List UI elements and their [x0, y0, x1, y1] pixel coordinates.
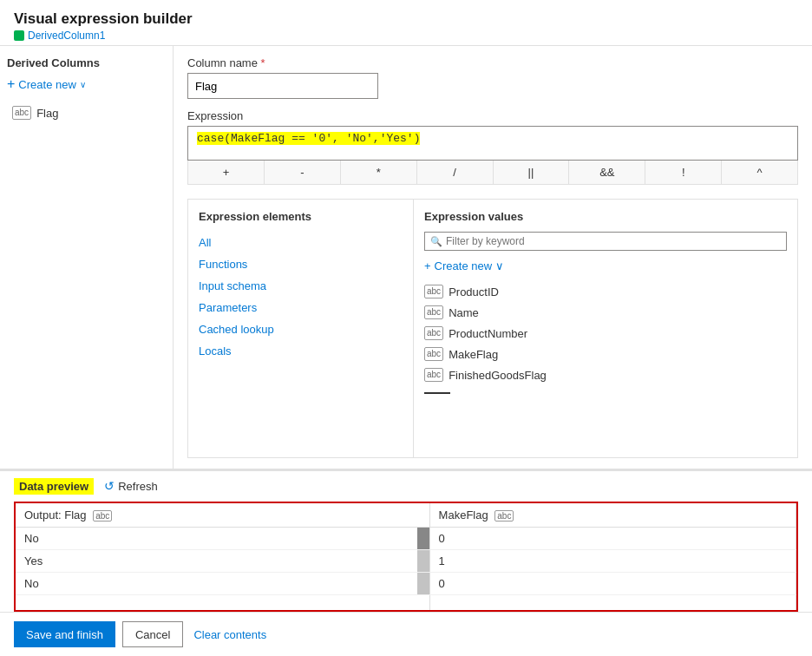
derived-column-icon — [14, 30, 24, 41]
table-cell-flag-3: No — [16, 572, 429, 594]
table-cell-flag-4 — [16, 594, 429, 610]
abc-badge-name: abc — [424, 305, 443, 319]
expression-box[interactable]: case(MakeFlag == '0', 'No','Yes') — [187, 126, 798, 161]
expression-elements-title: Expression elements — [199, 210, 403, 223]
element-parameters[interactable]: Parameters — [199, 297, 403, 318]
table-row: No 0 — [16, 527, 796, 549]
cancel-button[interactable]: Cancel — [122, 621, 183, 647]
data-preview-section: Data preview ↺ Refresh Output: Flag abc … — [0, 469, 812, 613]
right-panel: Column name * Expression case(MakeFlag =… — [174, 46, 812, 469]
content-area: Derived Columns + Create new ∨ abc Flag … — [0, 46, 812, 469]
create-new-button[interactable]: + Create new ∨ — [7, 76, 166, 92]
col-header-flag: Output: Flag abc — [16, 503, 429, 528]
filter-input[interactable] — [446, 235, 781, 247]
column-name: Flag — [36, 107, 58, 120]
footer: Save and finish Cancel Clear contents — [0, 612, 812, 656]
value-name-productid: ProductID — [449, 285, 499, 298]
table-cell-makeflag-2: 1 — [429, 549, 796, 572]
chevron-values-icon: ∨ — [495, 259, 504, 272]
expression-panels: Expression elements All Functions Input … — [187, 199, 798, 458]
data-table: Output: Flag abc MakeFlag abc No — [16, 503, 796, 611]
create-new-label: Create new — [18, 78, 75, 91]
abc-badge-productid: abc — [424, 285, 443, 298]
derived-columns-title: Derived Columns — [7, 56, 166, 69]
data-preview-header: Data preview ↺ Refresh — [0, 471, 812, 502]
operator-minus[interactable]: - — [265, 161, 341, 184]
subtitle-text: DerivedColumn1 — [28, 30, 105, 42]
create-new-values-label: Create new — [435, 259, 492, 272]
data-preview-label: Data preview — [14, 478, 94, 495]
value-name[interactable]: abc Name — [424, 302, 787, 323]
refresh-icon: ↺ — [104, 479, 115, 493]
scroll-handle — [424, 392, 450, 394]
column-name-label: Column name * — [187, 56, 798, 69]
chevron-down-icon: ∨ — [80, 80, 86, 89]
column-item-flag[interactable]: abc Flag — [7, 102, 166, 123]
operator-caret[interactable]: ^ — [722, 161, 797, 184]
value-productnumber[interactable]: abc ProductNumber — [424, 323, 787, 344]
refresh-button[interactable]: ↺ Refresh — [104, 479, 158, 493]
column-name-input[interactable] — [187, 73, 378, 99]
operator-multiply[interactable]: * — [341, 161, 417, 184]
expression-text: case(MakeFlag == '0', 'No','Yes') — [197, 132, 420, 145]
header: Visual expression builder DerivedColumn1 — [0, 0, 812, 46]
operator-divide[interactable]: / — [417, 161, 494, 184]
value-makeflag[interactable]: abc MakeFlag — [424, 344, 787, 364]
expression-values-title: Expression values — [424, 210, 787, 223]
left-panel: Derived Columns + Create new ∨ abc Flag — [0, 46, 174, 469]
value-finishedgoodsflag[interactable]: abc FinishedGoodsFlag — [424, 364, 787, 385]
operator-or[interactable]: || — [494, 161, 570, 184]
operator-and[interactable]: && — [569, 161, 645, 184]
expression-elements-panel: Expression elements All Functions Input … — [188, 200, 414, 457]
table-cell-flag-2: Yes — [16, 549, 429, 572]
subtitle-row: DerivedColumn1 — [14, 30, 798, 42]
element-all[interactable]: All — [199, 232, 403, 253]
value-name-makeflag: MakeFlag — [449, 348, 498, 361]
operator-plus[interactable]: + — [188, 161, 265, 184]
type-badge: abc — [12, 106, 31, 120]
element-functions[interactable]: Functions — [199, 253, 403, 275]
filter-wrap: 🔍 — [424, 232, 787, 251]
element-input-schema[interactable]: Input schema — [199, 275, 403, 297]
value-name-name: Name — [449, 306, 479, 319]
table-cell-makeflag-3: 0 — [429, 572, 796, 594]
abc-badge-makeflag: abc — [424, 347, 443, 361]
table-cell-makeflag-4 — [429, 594, 796, 610]
element-cached-lookup[interactable]: Cached lookup — [199, 318, 403, 340]
element-locals[interactable]: Locals — [199, 340, 403, 362]
operator-not[interactable]: ! — [645, 161, 722, 184]
col-header-makeflag: MakeFlag abc — [429, 503, 796, 528]
expression-label: Expression — [187, 109, 798, 122]
value-productid[interactable]: abc ProductID — [424, 281, 787, 302]
operator-bar: + - * / || && ! ^ — [187, 161, 798, 185]
search-icon: 🔍 — [430, 236, 442, 247]
save-and-finish-button[interactable]: Save and finish — [14, 621, 115, 647]
create-new-values-button[interactable]: + Create new ∨ — [424, 259, 787, 272]
refresh-label: Refresh — [118, 480, 158, 493]
value-name-finishedgoodsflag: FinishedGoodsFlag — [449, 369, 547, 382]
table-row: Yes 1 — [16, 549, 796, 572]
table-row — [16, 594, 796, 610]
abc-badge-finishedgoodsflag: abc — [424, 368, 443, 382]
data-table-wrap: Output: Flag abc MakeFlag abc No — [14, 502, 798, 613]
plus-icon: + — [7, 76, 15, 92]
plus-icon-values: + — [424, 259, 431, 272]
required-indicator: * — [261, 56, 265, 69]
abc-badge-productnumber: abc — [424, 326, 443, 340]
table-cell-makeflag-1: 0 — [429, 527, 796, 549]
page-title: Visual expression builder — [14, 10, 798, 28]
table-cell-flag-1: No — [16, 527, 429, 549]
table-row: No 0 — [16, 572, 796, 594]
expression-values-panel: Expression values 🔍 + Create new ∨ abc P… — [414, 200, 797, 457]
clear-contents-button[interactable]: Clear contents — [190, 623, 270, 646]
value-name-productnumber: ProductNumber — [449, 327, 527, 340]
